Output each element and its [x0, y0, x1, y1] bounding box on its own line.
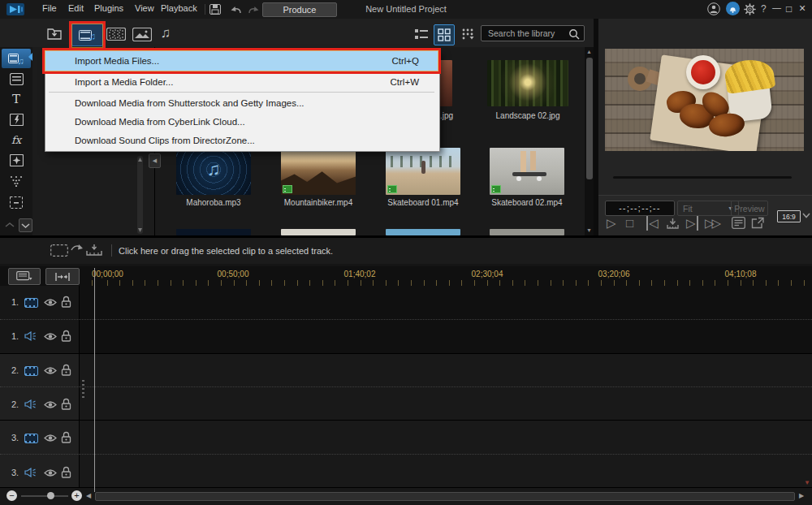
produce-button[interactable]: Produce — [262, 2, 337, 17]
lock-icon[interactable] — [61, 364, 71, 376]
scrollbar-down-icon[interactable]: ▼ — [586, 227, 592, 233]
media-label: Mountainbiker.mp4 — [281, 198, 356, 207]
popout-window-icon[interactable] — [751, 217, 765, 229]
zoom-slider-track[interactable] — [21, 495, 68, 497]
preview-video-frame[interactable] — [605, 49, 804, 151]
sidebar-scroll-down-icon[interactable] — [19, 218, 32, 232]
sidebar-particle-room[interactable] — [2, 172, 31, 190]
fit-dropdown[interactable]: Fit ▼ — [677, 201, 739, 216]
play-icon[interactable]: ▷ — [607, 216, 616, 231]
drag-to-timeline-icon[interactable] — [86, 244, 102, 256]
preview-timecode[interactable]: --;--;--;-- — [605, 201, 675, 216]
effect-room-glyph: fx — [11, 134, 21, 146]
zoom-in-button[interactable]: + — [71, 490, 82, 501]
help-icon[interactable]: ? — [761, 3, 767, 15]
photo-room-button[interactable] — [132, 26, 153, 42]
video-room-button[interactable] — [106, 26, 127, 42]
list-view-button[interactable] — [412, 26, 430, 42]
save-icon[interactable] — [209, 4, 221, 15]
overlay-track-icon[interactable] — [50, 244, 68, 257]
lock-icon[interactable] — [61, 466, 71, 478]
track-scroll-down-icon[interactable]: ▼ — [804, 479, 810, 486]
zoom-out-button[interactable]: − — [6, 490, 17, 501]
stop-icon[interactable]: □ — [626, 216, 633, 231]
sidebar-scroll-up-icon[interactable] — [4, 221, 15, 229]
previous-frame-icon[interactable]: ◁ — [646, 216, 659, 231]
eye-icon[interactable] — [44, 366, 57, 375]
menu-item-download-cyberlink-cloud[interactable]: Download Media from CyberLink Cloud... — [45, 112, 438, 131]
zoom-slider-handle[interactable] — [47, 492, 54, 499]
sidebar-transition-room[interactable] — [2, 151, 31, 169]
settings-gear-icon[interactable] — [744, 3, 756, 15]
menu-file[interactable]: File — [37, 0, 62, 16]
menu-item-download-shutterstock[interactable]: Download Media from Shutterstock and Get… — [45, 93, 438, 112]
media-thumb-mountainbiker[interactable] — [281, 148, 356, 195]
insert-arrow-icon[interactable] — [70, 243, 84, 252]
eye-icon[interactable] — [44, 468, 57, 477]
lock-icon[interactable] — [61, 330, 71, 342]
sidebar-template-room[interactable] — [2, 70, 31, 88]
library-scrollbar[interactable]: ▲ ▼ — [585, 47, 594, 235]
header-resize-handle[interactable] — [82, 380, 84, 399]
grid-view-button[interactable] — [434, 24, 455, 45]
media-thumb-partial[interactable] — [176, 229, 251, 235]
menu-item-import-media-folder[interactable]: Import a Media Folder... Ctrl+W — [45, 72, 438, 91]
sidebar-media-room[interactable]: ♫ — [2, 49, 31, 68]
track-manager-button[interactable] — [8, 268, 41, 285]
preview-seekbar[interactable] — [613, 176, 792, 179]
search-icon[interactable] — [568, 28, 580, 40]
video-badge-icon — [491, 185, 501, 193]
menu-playback[interactable]: Playback — [156, 0, 202, 16]
media-thumb-partial[interactable] — [281, 229, 356, 235]
media-thumb-skateboard01[interactable] — [386, 148, 460, 195]
aspect-ratio-badge[interactable]: 16:9 — [777, 210, 801, 222]
notification-bell-icon[interactable] — [726, 2, 740, 15]
media-thumb-skateboard02[interactable] — [490, 148, 564, 195]
audio-room-button[interactable]: ♫ — [157, 24, 175, 42]
lock-icon[interactable] — [61, 296, 71, 308]
panel-collapse-icon[interactable]: ◀ — [149, 153, 161, 168]
hscroll-right-icon[interactable]: ▶ — [799, 492, 804, 499]
eye-icon[interactable] — [44, 298, 57, 307]
media-viewer-icon[interactable] — [732, 217, 745, 229]
lock-icon[interactable] — [61, 431, 71, 443]
menu-view[interactable]: View — [130, 0, 159, 16]
library-menu-button[interactable] — [459, 26, 477, 42]
hscroll-thumb[interactable] — [95, 492, 795, 501]
menu-edit[interactable]: Edit — [63, 0, 89, 16]
eye-icon[interactable] — [44, 400, 57, 409]
hscroll-left-icon[interactable]: ◀ — [86, 492, 91, 499]
menu-item-download-directorzone[interactable]: Download Sound Clips from DirectorZone..… — [45, 131, 438, 149]
fast-forward-icon[interactable]: ▷▷ — [705, 216, 719, 231]
preview-mode-button[interactable]: Preview — [731, 201, 768, 216]
video-track-icon — [24, 298, 38, 308]
track-group-separator — [0, 420, 812, 421]
sidebar-effect-room[interactable]: fx — [2, 131, 31, 149]
playhead[interactable] — [94, 268, 95, 492]
media-thumb-partial[interactable] — [386, 229, 460, 235]
tree-scrollbar[interactable] — [137, 156, 143, 234]
import-media-button[interactable] — [42, 23, 67, 44]
next-frame-icon[interactable]: ▷ — [686, 216, 698, 231]
snapshot-icon[interactable] — [667, 218, 679, 229]
maximize-icon[interactable]: □ — [786, 3, 792, 15]
sidebar-chapter-room[interactable] — [2, 193, 31, 211]
scrollbar-up-icon[interactable]: ▲ — [586, 49, 592, 54]
redo-icon[interactable] — [248, 5, 260, 14]
media-thumb-landscape02[interactable] — [487, 60, 568, 106]
aspect-chevron-icon[interactable] — [802, 213, 810, 218]
eye-icon[interactable] — [44, 332, 57, 341]
scrollbar-thumb[interactable] — [586, 58, 593, 179]
close-icon[interactable]: × — [799, 2, 806, 15]
media-thumb-mahoroba[interactable]: ♫ — [176, 148, 251, 195]
undo-icon[interactable] — [230, 5, 242, 14]
sidebar-overlay-room[interactable] — [2, 110, 31, 128]
menu-plugins[interactable]: Plugins — [89, 0, 128, 16]
minimize-icon[interactable]: — — [772, 2, 781, 12]
media-thumb-partial[interactable] — [490, 229, 564, 235]
account-icon[interactable] — [707, 2, 720, 15]
eye-icon[interactable] — [44, 434, 57, 442]
sidebar-title-room[interactable]: T — [2, 90, 31, 108]
fit-timeline-button[interactable] — [45, 268, 80, 285]
lock-icon[interactable] — [61, 398, 71, 410]
